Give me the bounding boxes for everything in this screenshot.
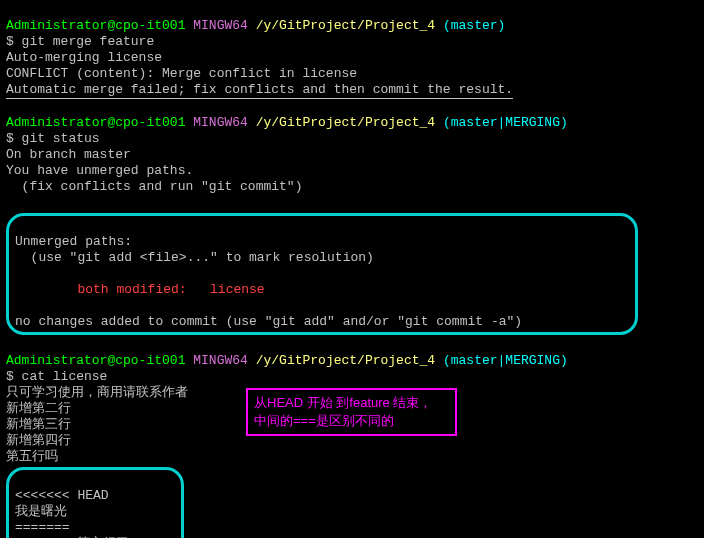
output-line: 新增第四行 (6, 433, 71, 448)
prompt-path: /y/GitProject/Project_4 (256, 18, 435, 33)
output-line: 第五行吗 (6, 449, 58, 464)
prompt-path: /y/GitProject/Project_4 (256, 115, 435, 130)
output-line: Unmerged paths: (15, 234, 132, 249)
annotation-line: 中间的===是区别不同的 (254, 413, 394, 428)
prompt-branch: (master|MERGING) (443, 115, 568, 130)
output-line: <<<<<<< HEAD (15, 488, 109, 503)
output-line: CONFLICT (content): Merge conflict in li… (6, 66, 357, 81)
output-line: no changes added to commit (use "git add… (15, 314, 522, 329)
prompt-mingw: MINGW64 (193, 115, 248, 130)
output-line: 我是曙光 (15, 504, 67, 519)
prompt-user: Administrator@cpo-it001 (6, 353, 185, 368)
prompt-user: Administrator@cpo-it001 (6, 18, 185, 33)
prompt-path: /y/GitProject/Project_4 (256, 353, 435, 368)
prompt-user: Administrator@cpo-it001 (6, 115, 185, 130)
output-line: (use "git add <file>..." to mark resolut… (15, 250, 374, 265)
prompt-line: Administrator@cpo-it001 MINGW64 /y/GitPr… (6, 18, 505, 33)
output-line: 新增第二行 (6, 401, 71, 416)
prompt-branch: (master|MERGING) (443, 353, 568, 368)
output-line: (fix conflicts and run "git commit") (6, 179, 302, 194)
output-line: You have unmerged paths. (6, 163, 193, 178)
highlight-box-conflict: <<<<<<< HEAD 我是曙光 ======= feature 第六行了 >… (6, 467, 184, 538)
output-line: 只可学习使用，商用请联系作者 (6, 385, 188, 400)
output-line: Auto-merging license (6, 50, 162, 65)
prompt-branch: (master) (443, 18, 505, 33)
terminal[interactable]: Administrator@cpo-it001 MINGW64 /y/GitPr… (0, 0, 704, 538)
prompt-line: Administrator@cpo-it001 MINGW64 /y/GitPr… (6, 353, 568, 368)
command: $ git status (6, 131, 100, 146)
output-line: both modified: license (15, 282, 265, 297)
highlight-box-unmerged: Unmerged paths: (use "git add <file>..."… (6, 213, 638, 335)
prompt-mingw: MINGW64 (193, 353, 248, 368)
output-line: 新增第三行 (6, 417, 71, 432)
command: $ git merge feature (6, 34, 154, 49)
annotation-box: 从HEAD 开始 到feature 结束， 中间的===是区别不同的 (246, 388, 457, 436)
command: $ cat license (6, 369, 107, 384)
prompt-mingw: MINGW64 (193, 18, 248, 33)
annotation-line: 从HEAD 开始 到feature 结束， (254, 395, 432, 410)
output-line-underlined: Automatic merge failed; fix conflicts an… (6, 82, 513, 99)
prompt-line: Administrator@cpo-it001 MINGW64 /y/GitPr… (6, 115, 568, 130)
output-line: ======= (15, 520, 70, 535)
output-line: On branch master (6, 147, 131, 162)
